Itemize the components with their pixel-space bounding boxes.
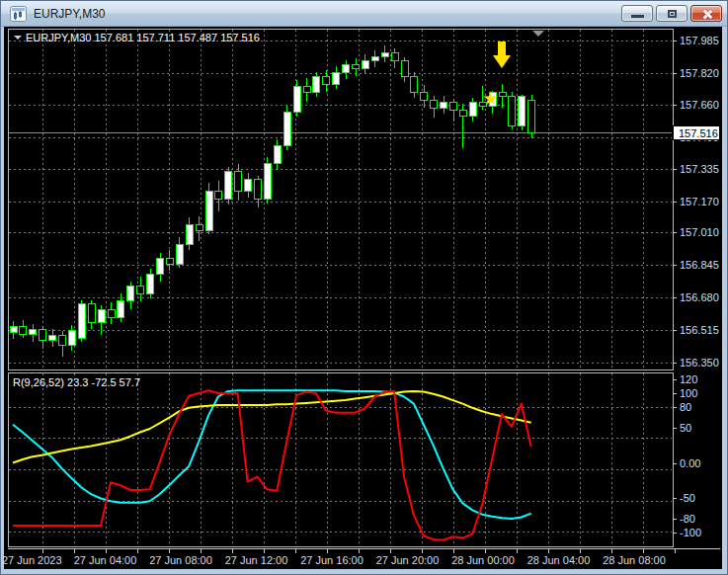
minimize-icon bbox=[631, 15, 644, 18]
bull-candle bbox=[225, 172, 232, 200]
bear-candle bbox=[421, 93, 428, 101]
bull-candle bbox=[147, 274, 154, 293]
bull-candle bbox=[118, 300, 124, 317]
bull-candle bbox=[127, 286, 134, 300]
bull-candle bbox=[293, 87, 300, 113]
bull-candle bbox=[283, 113, 290, 146]
bear-candle bbox=[255, 180, 262, 200]
bull-candle bbox=[343, 65, 350, 73]
bull-candle bbox=[186, 224, 193, 244]
bull-candle bbox=[381, 53, 388, 57]
current-price-label: 157.516 bbox=[679, 127, 718, 139]
maximize-icon bbox=[668, 10, 677, 18]
bull-candle bbox=[371, 57, 378, 61]
bear-candle bbox=[20, 326, 27, 334]
price-tick-label: 157.170 bbox=[680, 196, 719, 207]
time-tick-label: 27 Jun 12:00 bbox=[225, 554, 288, 566]
bull-candle bbox=[441, 103, 447, 109]
bull-candle bbox=[264, 164, 271, 200]
time-tick-label: 27 Jun 2023 bbox=[2, 554, 62, 566]
close-icon bbox=[706, 9, 709, 20]
bear-candle bbox=[431, 101, 438, 109]
bear-candle bbox=[459, 111, 466, 117]
chart-window-icon bbox=[10, 6, 27, 22]
bear-candle bbox=[166, 258, 173, 264]
indicator-tick-label: 50 bbox=[680, 422, 691, 434]
mt4-chart-window: EURJPY,M30 ★157.985157.820157.660157.495… bbox=[0, 0, 728, 575]
indicator-tick-label: 80 bbox=[680, 401, 691, 413]
bear-candle bbox=[323, 77, 330, 85]
bull-candle bbox=[245, 180, 252, 192]
bull-candle bbox=[333, 73, 340, 85]
bear-candle bbox=[303, 87, 310, 93]
bear-candle bbox=[450, 103, 457, 111]
bear-candle bbox=[235, 172, 242, 192]
price-tick-label: 156.845 bbox=[680, 259, 719, 271]
price-tick-label: 157.010 bbox=[680, 226, 719, 238]
bull-candle bbox=[176, 244, 183, 264]
time-tick-label: 27 Jun 20:00 bbox=[376, 554, 440, 566]
bull-candle bbox=[78, 303, 85, 338]
minimize-button[interactable] bbox=[621, 5, 653, 22]
bear-candle bbox=[528, 101, 535, 133]
bull-candle bbox=[519, 97, 526, 126]
time-tick-label: 28 Jun 00:00 bbox=[451, 554, 515, 566]
bull-candle bbox=[98, 309, 105, 322]
titlebar[interactable]: EURJPY,M30 bbox=[1, 1, 727, 27]
bear-candle bbox=[411, 77, 418, 93]
bear-candle bbox=[215, 192, 222, 200]
price-tick-label: 156.680 bbox=[680, 291, 719, 303]
bear-candle bbox=[499, 93, 506, 97]
bear-candle bbox=[391, 53, 398, 61]
chart-symbol-header: EURJPY,M30 157.681 157.711 157.487 157.5… bbox=[26, 32, 260, 43]
indicator-tick-label: -100 bbox=[680, 527, 701, 538]
bear-candle bbox=[353, 65, 360, 69]
bull-candle bbox=[10, 326, 17, 332]
bear-candle bbox=[196, 224, 202, 230]
close-button[interactable] bbox=[690, 5, 722, 22]
time-tick-label: 27 Jun 08:00 bbox=[149, 554, 212, 566]
chart-client-area bbox=[4, 26, 722, 569]
bull-candle bbox=[274, 146, 281, 164]
time-tick-label: 28 Jun 08:00 bbox=[603, 554, 666, 566]
indicator-tick-label: -50 bbox=[680, 492, 695, 504]
price-tick-label: 157.985 bbox=[680, 35, 719, 46]
bull-candle bbox=[362, 61, 368, 69]
bull-candle bbox=[30, 329, 37, 334]
bull-candle bbox=[205, 192, 212, 231]
bear-candle bbox=[40, 329, 46, 340]
indicator-tick-label: 0.00 bbox=[680, 457, 700, 469]
chart-canvas[interactable]: ★157.985157.820157.660157.495157.335157.… bbox=[0, 0, 728, 575]
price-tick-label: 157.820 bbox=[680, 67, 719, 79]
indicator-header: R(9,26,52) 23.3 -72.5 57.7 bbox=[13, 376, 140, 388]
window-title: EURJPY,M30 bbox=[34, 7, 105, 21]
bull-candle bbox=[469, 103, 476, 117]
bull-candle bbox=[313, 77, 320, 93]
bear-candle bbox=[137, 286, 144, 293]
time-tick-label: 28 Jun 04:00 bbox=[527, 554, 591, 566]
price-tick-label: 157.660 bbox=[680, 99, 719, 111]
price-tick-label: 157.335 bbox=[680, 163, 719, 175]
bear-candle bbox=[108, 309, 115, 317]
indicator-tick-label: 100 bbox=[680, 387, 697, 399]
bear-candle bbox=[401, 61, 408, 77]
indicator-tick-label: 120 bbox=[680, 373, 697, 385]
time-tick-label: 27 Jun 04:00 bbox=[74, 554, 137, 566]
bull-candle bbox=[49, 335, 56, 340]
maximize-button[interactable] bbox=[656, 5, 688, 22]
bear-candle bbox=[59, 335, 66, 345]
price-tick-label: 156.515 bbox=[680, 324, 719, 336]
price-tick-label: 156.350 bbox=[680, 357, 719, 369]
indicator-tick-label: -80 bbox=[680, 513, 695, 525]
star-icon[interactable]: ★ bbox=[482, 88, 499, 109]
time-tick-label: 27 Jun 16:00 bbox=[300, 554, 364, 566]
bull-candle bbox=[157, 258, 164, 274]
bear-candle bbox=[88, 303, 95, 322]
bear-candle bbox=[509, 97, 516, 126]
bull-candle bbox=[68, 330, 75, 345]
